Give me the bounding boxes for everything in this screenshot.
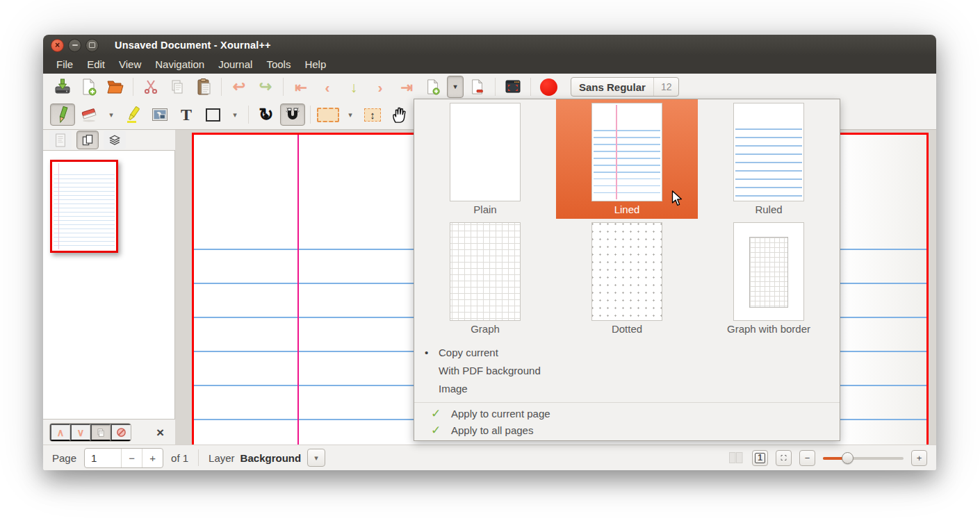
page-number-value[interactable]: 1 (85, 449, 121, 467)
rotation-snapping-button[interactable]: ↻◆ (254, 103, 279, 126)
presentation-mode-button[interactable] (500, 76, 525, 98)
page-type-plain[interactable]: Plain (414, 99, 556, 219)
cut-button[interactable] (138, 76, 163, 98)
page-type-label: Ruled (698, 204, 840, 215)
menu-tools[interactable]: Tools (259, 56, 297, 74)
shape-options-button[interactable]: ▾ (227, 103, 243, 126)
option-image[interactable]: Image (414, 380, 840, 398)
new-document-button[interactable] (76, 76, 101, 98)
highlighter-tool-button[interactable] (121, 103, 146, 126)
vertical-space-button[interactable]: ↕ (360, 103, 385, 126)
menu-file[interactable]: File (49, 56, 80, 74)
last-page-button[interactable]: ⇥ (394, 76, 419, 98)
fit-page-button[interactable]: 1 (752, 450, 768, 466)
highlighter-icon (125, 106, 142, 124)
layer-select-button[interactable]: ▾ (307, 449, 325, 467)
hand-tool-button[interactable] (386, 103, 411, 126)
maximize-window-button[interactable] (85, 39, 99, 52)
eraser-tool-button[interactable] (76, 103, 101, 126)
new-page-after-button[interactable] (420, 76, 446, 98)
titlebar[interactable]: × Unsaved Document - Xournal++ (43, 35, 936, 56)
redo-button[interactable]: ↪ (253, 76, 278, 98)
select-rectangle-button[interactable] (316, 103, 341, 126)
page-type-graph-with-border[interactable]: Graph with border (698, 219, 840, 338)
document-outline-icon (54, 133, 67, 148)
font-button[interactable]: Sans Regular 12 (571, 77, 679, 97)
page-template-dropdown-button[interactable]: ▾ (447, 76, 464, 98)
close-sidebar-button[interactable]: × (156, 426, 164, 439)
toolbar-separator (310, 106, 311, 124)
minimize-window-button[interactable] (68, 39, 81, 52)
hand-icon (391, 106, 407, 124)
image-tool-button[interactable] (147, 103, 172, 126)
apply-to-all-pages[interactable]: ✓ Apply to all pages (414, 422, 840, 439)
page-actions-group: ∧ ∨ (49, 423, 131, 442)
sidebar-tab-contents[interactable] (49, 131, 72, 149)
paste-button[interactable] (191, 76, 216, 98)
page-decrement-button[interactable]: − (121, 449, 142, 467)
menu-journal[interactable]: Journal (211, 56, 259, 74)
window-title: Unsaved Document - Xournal++ (115, 40, 271, 51)
zoom-slider[interactable] (823, 450, 904, 466)
page-preview-panel[interactable] (43, 150, 175, 420)
sidebar-tab-layers[interactable] (104, 131, 126, 149)
menu-view[interactable]: View (112, 56, 148, 74)
menu-edit[interactable]: Edit (80, 56, 112, 74)
page-thumbnail[interactable] (50, 160, 118, 253)
page-type-label: Dotted (556, 323, 698, 335)
text-tool-button[interactable]: T (174, 103, 199, 126)
pen-tool-button[interactable] (50, 103, 75, 126)
eraser-options-button[interactable]: ▾ (103, 103, 120, 126)
sidebar-tabs (43, 130, 175, 150)
copy-button[interactable] (165, 76, 190, 98)
toolbar-separator (221, 78, 222, 96)
apply-to-current-page[interactable]: ✓ Apply to current page (414, 406, 840, 422)
previous-page-icon: ‹ (325, 80, 330, 94)
page-increment-button[interactable]: + (142, 449, 163, 467)
page-type-dotted[interactable]: Dotted (556, 219, 698, 338)
page-number-spinner[interactable]: 1 − + (84, 448, 163, 468)
cut-icon (142, 78, 159, 95)
move-page-up-button[interactable]: ∧ (50, 424, 70, 441)
save-button[interactable] (50, 76, 75, 98)
page-count-label: of 1 (171, 452, 188, 464)
menu-help[interactable]: Help (297, 56, 333, 74)
move-page-down-button[interactable]: ∨ (70, 424, 90, 441)
zoom-slider-handle[interactable] (842, 452, 854, 464)
option-copy-current[interactable]: • Copy current (414, 344, 840, 362)
eraser-icon (80, 106, 98, 123)
toolbar-separator (248, 106, 249, 124)
close-window-button[interactable]: × (51, 39, 64, 52)
page-type-graph[interactable]: Graph (414, 219, 556, 338)
rotate-snap-icon: ↻◆ (257, 106, 275, 124)
previous-page-button[interactable]: ‹ (315, 76, 340, 98)
shape-tool-button[interactable] (200, 103, 225, 126)
undo-button[interactable]: ↩ (227, 76, 252, 98)
open-button[interactable] (103, 76, 128, 98)
background-source-options: • Copy current With PDF background Image… (414, 344, 840, 439)
open-folder-icon (106, 78, 125, 95)
delete-page-button[interactable] (465, 76, 490, 98)
page-type-ruled[interactable]: Ruled (698, 99, 840, 219)
toolbar-separator (530, 78, 531, 96)
page-type-label: Graph (414, 323, 556, 335)
zoom-out-button[interactable]: − (799, 450, 815, 466)
sidebar-tab-page-preview[interactable] (76, 131, 99, 149)
menu-navigation[interactable]: Navigation (148, 56, 211, 74)
grid-snapping-button[interactable] (280, 103, 305, 126)
record-button[interactable] (536, 76, 561, 98)
first-page-button[interactable]: ⇤ (288, 76, 313, 98)
sidebar: ∧ ∨ × (43, 130, 175, 445)
magnet-icon (284, 106, 301, 124)
delete-page-sidebar-button[interactable] (111, 424, 131, 441)
forbidden-icon (116, 426, 126, 439)
select-options-button[interactable]: ▾ (342, 103, 359, 126)
next-page-button[interactable]: › (368, 76, 393, 98)
fit-width-button[interactable] (776, 450, 792, 466)
copy-page-button[interactable] (90, 424, 111, 441)
up-chevron-icon: ∧ (57, 427, 65, 438)
option-with-pdf-background[interactable]: With PDF background (414, 362, 840, 380)
zoom-in-button[interactable]: + (911, 450, 927, 466)
next-annotated-page-button[interactable]: ↓ (341, 76, 366, 98)
page-type-label: Plain (414, 204, 556, 215)
